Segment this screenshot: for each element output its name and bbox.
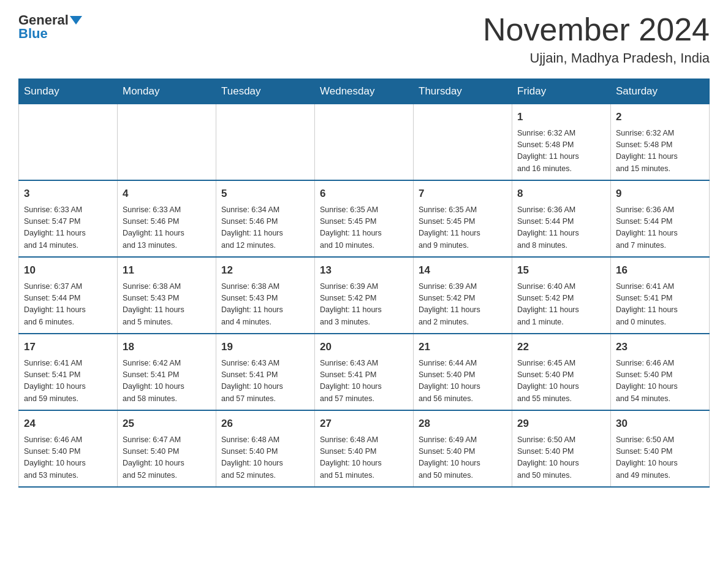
- calendar-cell: 22Sunrise: 6:45 AMSunset: 5:40 PMDayligh…: [512, 334, 611, 410]
- calendar-cell: 11Sunrise: 6:38 AMSunset: 5:43 PMDayligh…: [118, 257, 216, 334]
- day-info: Sunrise: 6:34 AMSunset: 5:46 PMDaylight:…: [221, 204, 309, 252]
- day-info: Sunrise: 6:47 AMSunset: 5:40 PMDaylight:…: [123, 434, 211, 482]
- weekday-header-wednesday: Wednesday: [315, 79, 414, 104]
- page-header: General Blue November 2024 Ujjain, Madhy…: [18, 12, 710, 66]
- calendar-week-row: 1Sunrise: 6:32 AMSunset: 5:48 PMDaylight…: [19, 104, 710, 181]
- calendar-cell: 5Sunrise: 6:34 AMSunset: 5:46 PMDaylight…: [216, 180, 315, 257]
- day-info: Sunrise: 6:45 AMSunset: 5:40 PMDaylight:…: [517, 358, 605, 405]
- day-info: Sunrise: 6:48 AMSunset: 5:40 PMDaylight:…: [320, 434, 408, 482]
- calendar-cell: [315, 104, 414, 181]
- calendar-cell: 9Sunrise: 6:36 AMSunset: 5:44 PMDaylight…: [611, 180, 710, 257]
- day-number: 24: [24, 416, 112, 432]
- weekday-header-friday: Friday: [512, 79, 611, 104]
- day-number: 6: [320, 186, 408, 202]
- weekday-header-sunday: Sunday: [19, 79, 118, 104]
- day-number: 23: [616, 339, 704, 355]
- day-info: Sunrise: 6:41 AMSunset: 5:41 PMDaylight:…: [24, 358, 112, 405]
- day-info: Sunrise: 6:32 AMSunset: 5:48 PMDaylight:…: [517, 128, 605, 175]
- weekday-header-row: SundayMondayTuesdayWednesdayThursdayFrid…: [19, 79, 710, 104]
- calendar-table: SundayMondayTuesdayWednesdayThursdayFrid…: [18, 79, 710, 488]
- day-number: 29: [517, 416, 605, 432]
- location-title: Ujjain, Madhya Pradesh, India: [483, 50, 710, 66]
- logo-triangle-icon: [70, 16, 82, 25]
- day-number: 17: [24, 339, 112, 355]
- calendar-cell: 28Sunrise: 6:49 AMSunset: 5:40 PMDayligh…: [414, 410, 512, 487]
- day-info: Sunrise: 6:39 AMSunset: 5:42 PMDaylight:…: [419, 281, 507, 329]
- logo-blue-text: Blue: [18, 26, 48, 42]
- day-number: 21: [419, 339, 507, 355]
- day-number: 15: [517, 262, 605, 278]
- day-number: 28: [419, 416, 507, 432]
- day-number: 25: [123, 416, 211, 432]
- calendar-cell: [118, 104, 216, 181]
- calendar-cell: 3Sunrise: 6:33 AMSunset: 5:47 PMDaylight…: [19, 180, 118, 257]
- calendar-cell: [19, 104, 118, 181]
- calendar-cell: 25Sunrise: 6:47 AMSunset: 5:40 PMDayligh…: [118, 410, 216, 487]
- day-info: Sunrise: 6:39 AMSunset: 5:42 PMDaylight:…: [320, 281, 408, 329]
- day-number: 11: [123, 262, 211, 278]
- calendar-cell: 15Sunrise: 6:40 AMSunset: 5:42 PMDayligh…: [512, 257, 611, 334]
- calendar-cell: [216, 104, 315, 181]
- day-info: Sunrise: 6:46 AMSunset: 5:40 PMDaylight:…: [616, 358, 704, 405]
- day-number: 8: [517, 186, 605, 202]
- day-info: Sunrise: 6:48 AMSunset: 5:40 PMDaylight:…: [221, 434, 309, 482]
- day-number: 4: [123, 186, 211, 202]
- day-number: 27: [320, 416, 408, 432]
- day-number: 26: [221, 416, 309, 432]
- day-info: Sunrise: 6:50 AMSunset: 5:40 PMDaylight:…: [517, 434, 605, 482]
- day-info: Sunrise: 6:50 AMSunset: 5:40 PMDaylight:…: [616, 434, 704, 482]
- calendar-week-row: 17Sunrise: 6:41 AMSunset: 5:41 PMDayligh…: [19, 334, 710, 410]
- calendar-week-row: 3Sunrise: 6:33 AMSunset: 5:47 PMDaylight…: [19, 180, 710, 257]
- day-info: Sunrise: 6:40 AMSunset: 5:42 PMDaylight:…: [517, 281, 605, 329]
- day-number: 10: [24, 262, 112, 278]
- calendar-week-row: 10Sunrise: 6:37 AMSunset: 5:44 PMDayligh…: [19, 257, 710, 334]
- day-number: 20: [320, 339, 408, 355]
- calendar-cell: 10Sunrise: 6:37 AMSunset: 5:44 PMDayligh…: [19, 257, 118, 334]
- calendar-cell: [414, 104, 512, 181]
- day-number: 12: [221, 262, 309, 278]
- weekday-header-tuesday: Tuesday: [216, 79, 315, 104]
- day-info: Sunrise: 6:36 AMSunset: 5:44 PMDaylight:…: [616, 204, 704, 252]
- day-number: 22: [517, 339, 605, 355]
- calendar-cell: 12Sunrise: 6:38 AMSunset: 5:43 PMDayligh…: [216, 257, 315, 334]
- day-number: 16: [616, 262, 704, 278]
- month-title: November 2024: [483, 12, 710, 47]
- day-number: 14: [419, 262, 507, 278]
- calendar-cell: 19Sunrise: 6:43 AMSunset: 5:41 PMDayligh…: [216, 334, 315, 410]
- day-number: 13: [320, 262, 408, 278]
- calendar-cell: 13Sunrise: 6:39 AMSunset: 5:42 PMDayligh…: [315, 257, 414, 334]
- day-info: Sunrise: 6:38 AMSunset: 5:43 PMDaylight:…: [221, 281, 309, 329]
- calendar-week-row: 24Sunrise: 6:46 AMSunset: 5:40 PMDayligh…: [19, 410, 710, 487]
- day-info: Sunrise: 6:33 AMSunset: 5:46 PMDaylight:…: [123, 204, 211, 252]
- calendar-cell: 16Sunrise: 6:41 AMSunset: 5:41 PMDayligh…: [611, 257, 710, 334]
- calendar-cell: 18Sunrise: 6:42 AMSunset: 5:41 PMDayligh…: [118, 334, 216, 410]
- day-number: 7: [419, 186, 507, 202]
- day-number: 1: [517, 109, 605, 125]
- day-info: Sunrise: 6:33 AMSunset: 5:47 PMDaylight:…: [24, 204, 112, 252]
- calendar-cell: 27Sunrise: 6:48 AMSunset: 5:40 PMDayligh…: [315, 410, 414, 487]
- calendar-cell: 20Sunrise: 6:43 AMSunset: 5:41 PMDayligh…: [315, 334, 414, 410]
- calendar-cell: 14Sunrise: 6:39 AMSunset: 5:42 PMDayligh…: [414, 257, 512, 334]
- day-number: 18: [123, 339, 211, 355]
- day-number: 5: [221, 186, 309, 202]
- calendar-cell: 30Sunrise: 6:50 AMSunset: 5:40 PMDayligh…: [611, 410, 710, 487]
- calendar-cell: 21Sunrise: 6:44 AMSunset: 5:40 PMDayligh…: [414, 334, 512, 410]
- calendar-cell: 1Sunrise: 6:32 AMSunset: 5:48 PMDaylight…: [512, 104, 611, 181]
- calendar-cell: 2Sunrise: 6:32 AMSunset: 5:48 PMDaylight…: [611, 104, 710, 181]
- day-info: Sunrise: 6:49 AMSunset: 5:40 PMDaylight:…: [419, 434, 507, 482]
- calendar-cell: 17Sunrise: 6:41 AMSunset: 5:41 PMDayligh…: [19, 334, 118, 410]
- calendar-cell: 24Sunrise: 6:46 AMSunset: 5:40 PMDayligh…: [19, 410, 118, 487]
- day-info: Sunrise: 6:46 AMSunset: 5:40 PMDaylight:…: [24, 434, 112, 482]
- day-number: 9: [616, 186, 704, 202]
- weekday-header-saturday: Saturday: [611, 79, 710, 104]
- logo: General Blue: [18, 12, 82, 42]
- calendar-cell: 23Sunrise: 6:46 AMSunset: 5:40 PMDayligh…: [611, 334, 710, 410]
- title-section: November 2024 Ujjain, Madhya Pradesh, In…: [483, 12, 710, 66]
- day-number: 3: [24, 186, 112, 202]
- day-number: 30: [616, 416, 704, 432]
- calendar-cell: 6Sunrise: 6:35 AMSunset: 5:45 PMDaylight…: [315, 180, 414, 257]
- calendar-cell: 26Sunrise: 6:48 AMSunset: 5:40 PMDayligh…: [216, 410, 315, 487]
- day-info: Sunrise: 6:36 AMSunset: 5:44 PMDaylight:…: [517, 204, 605, 252]
- day-info: Sunrise: 6:37 AMSunset: 5:44 PMDaylight:…: [24, 281, 112, 329]
- day-info: Sunrise: 6:38 AMSunset: 5:43 PMDaylight:…: [123, 281, 211, 329]
